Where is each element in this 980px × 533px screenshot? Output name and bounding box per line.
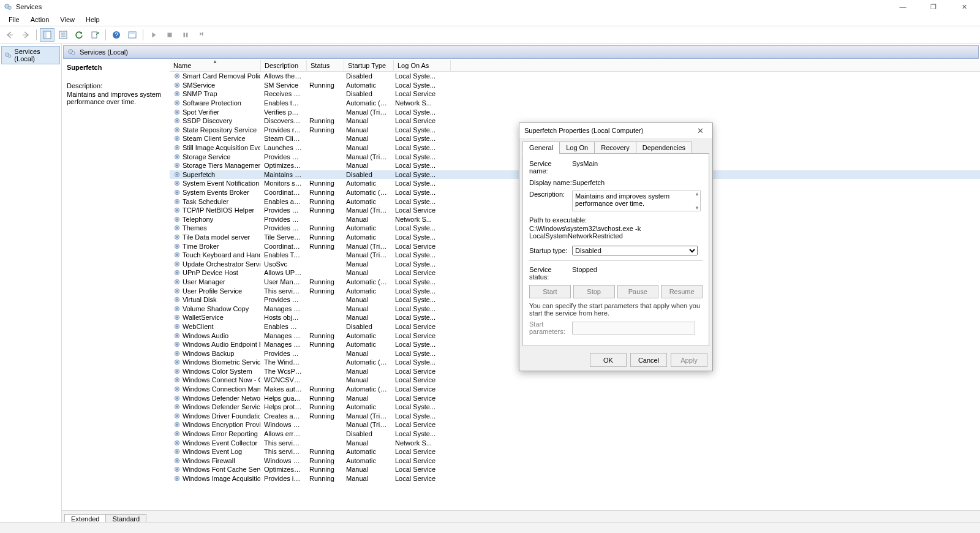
label-start-parameters: Start parameters: — [529, 320, 572, 335]
service-row[interactable]: Software ProtectionEnables the ...Automa… — [170, 99, 980, 108]
column-startup-type[interactable]: Startup Type — [344, 60, 394, 71]
menu-help[interactable]: Help — [81, 15, 105, 25]
service-row[interactable]: Smart Card Removal PolicyAllows the s...… — [170, 72, 980, 81]
gear-icon — [173, 206, 181, 214]
pause-service-button[interactable] — [178, 28, 193, 42]
description-panel: Superfetch Description: Maintains and im… — [62, 60, 170, 510]
cell-name: Windows Firewall — [183, 457, 235, 464]
cell-startup-type: Automatic — [342, 332, 391, 339]
dialog-tab-dependencies[interactable]: Dependencies — [636, 142, 692, 154]
service-start-button[interactable]: Start — [529, 285, 571, 298]
cell-log-on-as: Local Syste... — [391, 314, 448, 321]
column-log-on-as[interactable]: Log On As — [394, 60, 451, 71]
column-status[interactable]: Status — [307, 60, 344, 71]
export-list-button[interactable] — [88, 28, 102, 42]
cell-startup-type: Automatic — [342, 448, 391, 455]
description-textbox[interactable]: Maintains and improves system performanc… — [572, 191, 701, 211]
tab-standard[interactable]: Standard — [105, 514, 146, 522]
cell-log-on-as: Network S... — [391, 439, 448, 447]
service-row[interactable]: Windows Event CollectorThis service ...M… — [170, 438, 980, 447]
start-parameters-input[interactable] — [572, 322, 695, 335]
cell-startup-type: Manual — [342, 126, 391, 134]
dialog-tab-general[interactable]: General — [522, 142, 560, 154]
cell-log-on-as: Local Service — [391, 368, 448, 375]
tab-extended[interactable]: Extended — [64, 514, 106, 522]
dialog-tab-logon[interactable]: Log On — [559, 142, 595, 154]
dialog-apply-button[interactable]: Apply — [671, 353, 707, 367]
tree-node-services-local[interactable]: Services (Local) — [1, 46, 60, 64]
cell-description: Allows the s... — [260, 72, 306, 80]
menu-file[interactable]: File — [4, 15, 24, 25]
refresh-button[interactable] — [72, 28, 86, 42]
service-row[interactable]: Windows Error Reporting Se...Allows erro… — [170, 429, 980, 439]
cell-startup-type: Manual — [342, 216, 391, 223]
cell-name: Windows Defender Service — [183, 403, 260, 410]
service-row[interactable]: Windows FirewallWindows Fi...RunningAuto… — [170, 456, 980, 466]
cell-name: Themes — [183, 224, 207, 232]
dialog-tab-recovery[interactable]: Recovery — [594, 142, 636, 154]
cell-name: SNMP Trap — [183, 90, 217, 97]
service-row[interactable]: Windows Defender Networ...Helps guard...… — [170, 393, 980, 403]
cell-name: Spot Verifier — [183, 108, 219, 116]
service-row[interactable]: Windows Event LogThis service ...Running… — [170, 447, 980, 456]
cell-startup-type: Manual (Trig... — [342, 421, 391, 428]
cell-startup-type: Automatic (T... — [342, 358, 391, 366]
service-resume-button[interactable]: Resume — [661, 285, 703, 298]
service-row[interactable]: Spot VerifierVerifies pote...Manual (Tri… — [170, 107, 980, 116]
dialog-cancel-button[interactable]: Cancel — [630, 353, 667, 367]
cell-status: Running — [306, 117, 342, 124]
gear-icon — [173, 278, 181, 285]
gear-icon — [173, 296, 181, 303]
service-row[interactable]: Windows Encryption Provid...Windows E...… — [170, 420, 980, 429]
gear-icon — [173, 126, 181, 134]
cell-status: Running — [306, 466, 342, 473]
column-description[interactable]: Description — [261, 60, 307, 71]
properties-dialog: Superfetch Properties (Local Computer) ✕… — [519, 123, 713, 371]
service-row[interactable]: Windows Image Acquisitio...Provides im..… — [170, 474, 980, 483]
gear-icon — [173, 144, 181, 151]
column-name[interactable]: ▲Name — [170, 60, 261, 71]
maximize-button[interactable]: ❐ — [921, 0, 946, 13]
menu-action[interactable]: Action — [26, 15, 55, 25]
scroll-up-icon[interactable]: ▲ — [695, 191, 699, 197]
startup-type-select[interactable]: Automatic (Delayed Start)AutomaticManual… — [572, 246, 698, 255]
cell-log-on-as: Local Syste... — [391, 171, 448, 178]
cell-startup-type: Disabled — [342, 171, 391, 178]
service-stop-button[interactable]: Stop — [573, 285, 615, 298]
service-row[interactable]: Windows Driver Foundation...Creates and.… — [170, 412, 980, 421]
dialog-close-button[interactable]: ✕ — [693, 125, 707, 137]
menu-view[interactable]: View — [55, 15, 80, 25]
cell-name: SMService — [183, 81, 215, 89]
gear-icon — [173, 260, 181, 268]
service-row[interactable]: Windows Connection Mana...Makes auto...R… — [170, 385, 980, 394]
scroll-down-icon[interactable]: ▼ — [695, 205, 699, 211]
minimize-button[interactable]: — — [891, 0, 915, 13]
show-tree-button[interactable] — [40, 28, 55, 42]
service-row[interactable]: Windows Font Cache ServiceOptimizes p...… — [170, 465, 980, 474]
dialog-title: Superfetch Properties (Local Computer) — [524, 127, 643, 134]
cell-name: Touch Keyboard and Hand... — [183, 251, 260, 259]
cell-name: State Repository Service — [183, 126, 257, 134]
cell-description: Coordinates... — [260, 243, 306, 250]
properties-button[interactable] — [56, 28, 70, 42]
help-button[interactable] — [109, 28, 124, 42]
dialog-ok-button[interactable]: OK — [590, 353, 627, 367]
service-row[interactable]: SMServiceSM ServiceRunningAutomaticLocal… — [170, 81, 980, 90]
cell-startup-type: Manual — [342, 144, 391, 151]
cell-startup-type: Automatic (T... — [342, 278, 391, 285]
service-row[interactable]: Windows Connect Now - C...WCNCSVC ...Man… — [170, 376, 980, 385]
start-service-button[interactable] — [146, 28, 161, 42]
service-row[interactable]: Windows Defender ServiceHelps prote...Ru… — [170, 403, 980, 412]
gear-icon — [173, 421, 181, 428]
nav-forward-button[interactable] — [18, 28, 33, 42]
restart-service-button[interactable] — [194, 28, 209, 42]
stop-service-button[interactable] — [162, 28, 177, 42]
gear-icon — [173, 108, 181, 116]
cell-startup-type: Disabled — [342, 72, 391, 80]
value-service-status: Stopped — [572, 266, 703, 273]
console-button[interactable] — [125, 28, 140, 42]
service-pause-button[interactable]: Pause — [617, 285, 659, 298]
service-row[interactable]: SNMP TrapReceives tra...DisabledLocal Se… — [170, 89, 980, 99]
nav-back-button[interactable] — [2, 28, 17, 42]
close-button[interactable]: ✕ — [952, 0, 976, 13]
